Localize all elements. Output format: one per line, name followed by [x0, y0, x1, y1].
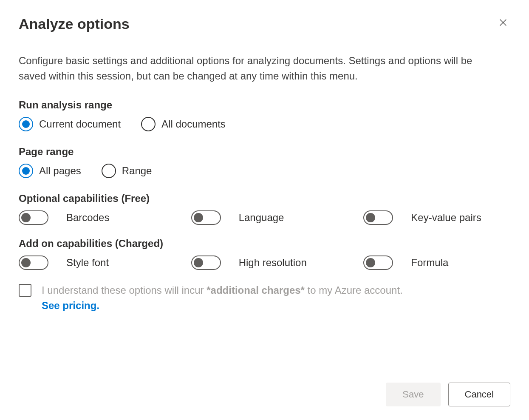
radio-icon: [141, 117, 156, 131]
toggle-label: Key-value pairs: [411, 212, 481, 224]
radio-current-document[interactable]: Current document: [19, 117, 121, 131]
see-pricing-link[interactable]: See pricing.: [42, 300, 99, 311]
save-button[interactable]: Save: [386, 383, 440, 406]
toggle-formula: Formula: [363, 255, 510, 270]
radio-all-pages[interactable]: All pages: [19, 164, 81, 178]
page-range-label: Page range: [19, 146, 510, 158]
run-analysis-label: Run analysis range: [19, 99, 510, 111]
consent-checkbox[interactable]: [19, 284, 31, 297]
radio-icon: [19, 117, 33, 131]
toggle-switch[interactable]: [191, 210, 221, 225]
consent-row: I understand these options will incur *a…: [19, 283, 510, 313]
optional-caps-label: Optional capabilities (Free): [19, 193, 510, 204]
toggle-label: Formula: [411, 257, 448, 269]
close-icon: [498, 18, 508, 27]
panel-footer: Save Cancel: [386, 383, 510, 406]
radio-label: All pages: [39, 165, 81, 177]
run-analysis-group: Current document All documents: [19, 117, 510, 131]
toggle-label: Style font: [66, 257, 109, 269]
radio-label: Range: [122, 165, 152, 177]
cancel-button[interactable]: Cancel: [448, 383, 510, 406]
radio-label: All documents: [161, 118, 226, 130]
toggle-switch[interactable]: [19, 210, 48, 225]
toggle-switch[interactable]: [363, 255, 393, 270]
consent-emphasis: *additional charges*: [207, 284, 305, 296]
radio-all-documents[interactable]: All documents: [141, 117, 226, 131]
radio-icon: [102, 164, 116, 178]
radio-label: Current document: [39, 118, 121, 130]
toggle-style-font: Style font: [19, 255, 166, 270]
toggle-label: Barcodes: [66, 212, 109, 224]
radio-icon: [19, 164, 33, 178]
toggle-barcodes: Barcodes: [19, 210, 166, 225]
panel-title: Analyze options: [19, 15, 130, 33]
addon-caps-label: Add on capabilities (Charged): [19, 238, 510, 250]
optional-caps-group: Barcodes Language Key-value pairs: [19, 210, 510, 225]
page-range-group: All pages Range: [19, 164, 510, 178]
toggle-high-resolution: High resolution: [191, 255, 338, 270]
toggle-key-value-pairs: Key-value pairs: [363, 210, 510, 225]
toggle-label: High resolution: [239, 257, 307, 269]
panel-description: Configure basic settings and additional …: [19, 53, 486, 84]
close-button[interactable]: [496, 15, 510, 30]
toggle-switch[interactable]: [191, 255, 221, 270]
panel-header: Analyze options: [19, 15, 510, 33]
toggle-language: Language: [191, 210, 338, 225]
consent-prefix: I understand these options will incur: [42, 284, 207, 296]
radio-range[interactable]: Range: [102, 164, 152, 178]
consent-suffix: to my Azure account.: [305, 284, 403, 296]
toggle-switch[interactable]: [19, 255, 48, 270]
addon-caps-group: Style font High resolution Formula: [19, 255, 510, 270]
consent-text: I understand these options will incur *a…: [42, 283, 403, 313]
analyze-options-panel: Analyze options Configure basic settings…: [0, 0, 529, 420]
toggle-switch[interactable]: [363, 210, 393, 225]
toggle-label: Language: [239, 212, 284, 224]
